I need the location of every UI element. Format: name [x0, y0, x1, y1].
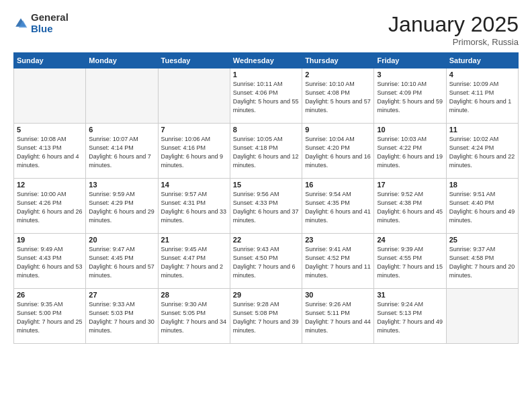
day-detail: Sunrise: 9:52 AM Sunset: 4:38 PM Dayligh…	[377, 190, 443, 225]
table-row: 14Sunrise: 9:57 AM Sunset: 4:31 PM Dayli…	[158, 179, 230, 234]
day-number: 4	[449, 71, 515, 79]
page-header: General Blue January 2025 Primorsk, Russ…	[13, 12, 519, 47]
table-row: 17Sunrise: 9:52 AM Sunset: 4:38 PM Dayli…	[374, 179, 446, 234]
day-detail: Sunrise: 10:05 AM Sunset: 4:18 PM Daylig…	[233, 135, 299, 170]
day-detail: Sunrise: 9:41 AM Sunset: 4:52 PM Dayligh…	[305, 245, 371, 280]
header-wednesday: Wednesday	[230, 53, 302, 68]
day-number: 27	[89, 291, 154, 299]
table-row: 18Sunrise: 9:51 AM Sunset: 4:40 PM Dayli…	[446, 179, 518, 234]
table-row: 8Sunrise: 10:05 AM Sunset: 4:18 PM Dayli…	[230, 124, 302, 179]
calendar-table: Sunday Monday Tuesday Wednesday Thursday…	[13, 52, 519, 344]
table-row: 13Sunrise: 9:59 AM Sunset: 4:29 PM Dayli…	[86, 179, 158, 234]
day-detail: Sunrise: 9:59 AM Sunset: 4:29 PM Dayligh…	[89, 190, 154, 225]
day-number: 24	[377, 236, 443, 244]
day-detail: Sunrise: 9:24 AM Sunset: 5:13 PM Dayligh…	[377, 300, 443, 335]
day-number: 2	[305, 71, 371, 79]
day-detail: Sunrise: 10:06 AM Sunset: 4:16 PM Daylig…	[161, 135, 227, 170]
day-number: 14	[161, 181, 227, 189]
day-number: 1	[233, 71, 299, 79]
table-row: 23Sunrise: 9:41 AM Sunset: 4:52 PM Dayli…	[302, 234, 374, 289]
day-detail: Sunrise: 10:04 AM Sunset: 4:20 PM Daylig…	[305, 135, 371, 170]
day-number: 18	[449, 181, 515, 189]
day-number: 31	[377, 291, 443, 299]
header-monday: Monday	[86, 53, 158, 68]
table-row: 31Sunrise: 9:24 AM Sunset: 5:13 PM Dayli…	[374, 289, 446, 344]
calendar-week-row: 5Sunrise: 10:08 AM Sunset: 4:13 PM Dayli…	[14, 124, 519, 179]
day-detail: Sunrise: 10:00 AM Sunset: 4:26 PM Daylig…	[17, 190, 83, 225]
header-tuesday: Tuesday	[158, 53, 230, 68]
day-detail: Sunrise: 10:10 AM Sunset: 4:09 PM Daylig…	[377, 80, 443, 115]
day-number: 30	[305, 291, 371, 299]
day-detail: Sunrise: 9:37 AM Sunset: 4:58 PM Dayligh…	[449, 245, 515, 280]
day-detail: Sunrise: 10:02 AM Sunset: 4:24 PM Daylig…	[449, 135, 515, 170]
calendar-header-row: Sunday Monday Tuesday Wednesday Thursday…	[14, 53, 519, 68]
logo: General Blue	[13, 12, 69, 34]
logo-general: General	[31, 12, 69, 24]
calendar-week-row: 26Sunrise: 9:35 AM Sunset: 5:00 PM Dayli…	[14, 289, 519, 344]
day-number: 11	[449, 126, 515, 134]
location: Primorsk, Russia	[388, 37, 519, 47]
day-detail: Sunrise: 9:28 AM Sunset: 5:08 PM Dayligh…	[233, 300, 299, 335]
day-number: 13	[89, 181, 154, 189]
day-detail: Sunrise: 9:39 AM Sunset: 4:55 PM Dayligh…	[377, 245, 443, 280]
header-friday: Friday	[374, 53, 446, 68]
table-row: 24Sunrise: 9:39 AM Sunset: 4:55 PM Dayli…	[374, 234, 446, 289]
table-row: 28Sunrise: 9:30 AM Sunset: 5:05 PM Dayli…	[158, 289, 230, 344]
day-detail: Sunrise: 9:45 AM Sunset: 4:47 PM Dayligh…	[161, 245, 227, 280]
day-number: 28	[161, 291, 227, 299]
day-detail: Sunrise: 10:09 AM Sunset: 4:11 PM Daylig…	[449, 80, 515, 115]
table-row: 2Sunrise: 10:10 AM Sunset: 4:08 PM Dayli…	[302, 68, 374, 124]
table-row	[86, 68, 158, 124]
table-row: 3Sunrise: 10:10 AM Sunset: 4:09 PM Dayli…	[374, 68, 446, 124]
table-row: 11Sunrise: 10:02 AM Sunset: 4:24 PM Dayl…	[446, 124, 518, 179]
table-row: 12Sunrise: 10:00 AM Sunset: 4:26 PM Dayl…	[14, 179, 86, 234]
logo-text: General Blue	[31, 12, 69, 34]
header-thursday: Thursday	[302, 53, 374, 68]
day-number: 29	[233, 291, 299, 299]
day-number: 6	[89, 126, 154, 134]
table-row: 19Sunrise: 9:49 AM Sunset: 4:43 PM Dayli…	[14, 234, 86, 289]
day-number: 25	[449, 236, 515, 244]
day-detail: Sunrise: 9:35 AM Sunset: 5:00 PM Dayligh…	[17, 300, 83, 335]
table-row: 9Sunrise: 10:04 AM Sunset: 4:20 PM Dayli…	[302, 124, 374, 179]
day-detail: Sunrise: 9:33 AM Sunset: 5:03 PM Dayligh…	[89, 300, 154, 335]
day-detail: Sunrise: 10:11 AM Sunset: 4:06 PM Daylig…	[233, 80, 299, 115]
day-number: 5	[17, 126, 83, 134]
header-sunday: Sunday	[14, 53, 86, 68]
header-saturday: Saturday	[446, 53, 518, 68]
table-row: 7Sunrise: 10:06 AM Sunset: 4:16 PM Dayli…	[158, 124, 230, 179]
day-detail: Sunrise: 9:51 AM Sunset: 4:40 PM Dayligh…	[449, 190, 515, 225]
calendar-page: General Blue January 2025 Primorsk, Russ…	[0, 0, 532, 411]
day-number: 22	[233, 236, 299, 244]
day-number: 12	[17, 181, 83, 189]
table-row: 10Sunrise: 10:03 AM Sunset: 4:22 PM Dayl…	[374, 124, 446, 179]
day-number: 8	[233, 126, 299, 134]
table-row: 16Sunrise: 9:54 AM Sunset: 4:35 PM Dayli…	[302, 179, 374, 234]
day-detail: Sunrise: 10:03 AM Sunset: 4:22 PM Daylig…	[377, 135, 443, 170]
day-detail: Sunrise: 9:57 AM Sunset: 4:31 PM Dayligh…	[161, 190, 227, 225]
day-detail: Sunrise: 9:30 AM Sunset: 5:05 PM Dayligh…	[161, 300, 227, 335]
table-row: 1Sunrise: 10:11 AM Sunset: 4:06 PM Dayli…	[230, 68, 302, 124]
table-row: 6Sunrise: 10:07 AM Sunset: 4:14 PM Dayli…	[86, 124, 158, 179]
day-number: 26	[17, 291, 83, 299]
day-number: 23	[305, 236, 371, 244]
table-row: 30Sunrise: 9:26 AM Sunset: 5:11 PM Dayli…	[302, 289, 374, 344]
table-row: 15Sunrise: 9:56 AM Sunset: 4:33 PM Dayli…	[230, 179, 302, 234]
day-detail: Sunrise: 10:08 AM Sunset: 4:13 PM Daylig…	[17, 135, 83, 170]
day-detail: Sunrise: 9:26 AM Sunset: 5:11 PM Dayligh…	[305, 300, 371, 335]
table-row: 22Sunrise: 9:43 AM Sunset: 4:50 PM Dayli…	[230, 234, 302, 289]
title-block: January 2025 Primorsk, Russia	[388, 12, 519, 47]
month-title: January 2025	[388, 12, 519, 37]
logo-icon	[13, 16, 28, 31]
logo-blue: Blue	[31, 24, 69, 35]
day-detail: Sunrise: 10:10 AM Sunset: 4:08 PM Daylig…	[305, 80, 371, 115]
day-detail: Sunrise: 9:43 AM Sunset: 4:50 PM Dayligh…	[233, 245, 299, 280]
day-number: 16	[305, 181, 371, 189]
table-row: 20Sunrise: 9:47 AM Sunset: 4:45 PM Dayli…	[86, 234, 158, 289]
table-row: 4Sunrise: 10:09 AM Sunset: 4:11 PM Dayli…	[446, 68, 518, 124]
table-row: 21Sunrise: 9:45 AM Sunset: 4:47 PM Dayli…	[158, 234, 230, 289]
day-number: 10	[377, 126, 443, 134]
table-row: 27Sunrise: 9:33 AM Sunset: 5:03 PM Dayli…	[86, 289, 158, 344]
day-detail: Sunrise: 9:49 AM Sunset: 4:43 PM Dayligh…	[17, 245, 83, 280]
day-number: 17	[377, 181, 443, 189]
